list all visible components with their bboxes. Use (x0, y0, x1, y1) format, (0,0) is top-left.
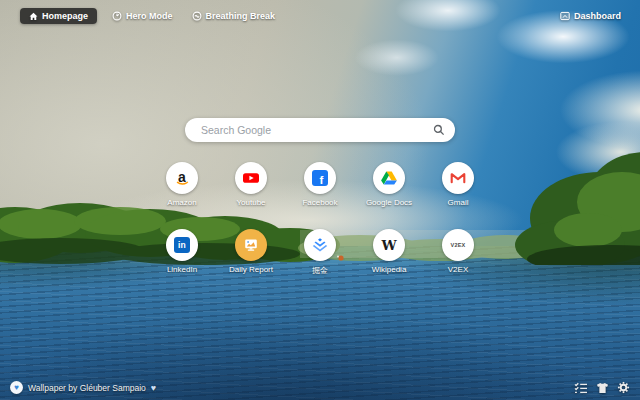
shortcut-daily-report[interactable]: Daily Report (221, 229, 281, 276)
wikipedia-icon: W (381, 237, 396, 253)
shortcut-wikipedia[interactable]: W Wikipedia (359, 229, 419, 276)
shortcut-youtube[interactable]: Youtube (221, 162, 281, 207)
hero-mode-icon (112, 11, 122, 21)
shortcut-label: LinkedIn (167, 265, 197, 274)
heart-icon: ♥ (151, 383, 156, 393)
shortcut-juejin[interactable]: 掘金 (290, 229, 350, 276)
wallpaper-credit: ♥ Wallpaper by Gléuber Sampaio ♥ (10, 381, 156, 394)
hero-mode-button[interactable]: Hero Mode (108, 8, 177, 24)
search-bar (185, 118, 455, 142)
shortcut-label: Youtube (236, 198, 265, 207)
search-input[interactable] (199, 123, 433, 137)
shortcut-gmail[interactable]: Gmail (428, 162, 488, 207)
google-drive-icon (380, 169, 398, 187)
shortcut-facebook[interactable]: f Facebook (290, 162, 350, 207)
linkedin-icon: in (174, 237, 190, 253)
shortcut-amazon[interactable]: a Amazon (152, 162, 212, 207)
search-icon[interactable] (433, 124, 445, 136)
shortcut-label: Wikipedia (372, 265, 407, 274)
new-tab-page: Homepage Hero Mode Breathing Break Das (0, 0, 640, 400)
top-toolbar: Homepage Hero Mode Breathing Break Das (20, 8, 625, 24)
wallpaper-credit-text: Wallpaper by Gléuber Sampaio (28, 383, 146, 393)
shortcut-google-docs[interactable]: Google Docs (359, 162, 419, 207)
juejin-icon (311, 236, 329, 254)
shortcut-label: Google Docs (366, 198, 412, 207)
hero-mode-label: Hero Mode (126, 11, 173, 21)
shortcut-label: 掘金 (312, 265, 328, 276)
amazon-icon: a (173, 169, 191, 187)
shortcut-label: Gmail (448, 198, 469, 207)
footer-icons (574, 381, 630, 394)
shortcut-linkedin[interactable]: in LinkedIn (152, 229, 212, 276)
facebook-icon: f (312, 170, 328, 186)
shortcut-label: Facebook (302, 198, 337, 207)
dashboard-button[interactable]: Dashboard (556, 8, 625, 24)
v2ex-icon: V2EX (451, 242, 466, 248)
shortcut-v2ex[interactable]: V2EX V2EX (428, 229, 488, 276)
homepage-label: Homepage (42, 11, 88, 21)
shortcut-row-2: in LinkedIn Daily Report 掘金 W Wik (0, 229, 640, 276)
breathing-break-label: Breathing Break (206, 11, 276, 21)
footer-bar: ♥ Wallpaper by Gléuber Sampaio ♥ (10, 381, 630, 394)
heart-badge-icon[interactable]: ♥ (10, 381, 23, 394)
dashboard-label: Dashboard (574, 11, 621, 21)
gmail-icon (449, 169, 467, 187)
daily-report-icon (242, 236, 260, 254)
shortcut-row-1: a Amazon Youtube f Facebook (0, 162, 640, 207)
settings-gear-icon[interactable] (617, 381, 630, 394)
youtube-icon (242, 169, 260, 187)
home-icon (29, 12, 38, 21)
homepage-button[interactable]: Homepage (20, 8, 97, 24)
theme-tshirt-icon[interactable] (596, 382, 609, 394)
breathing-break-icon (192, 11, 202, 21)
breathing-break-button[interactable]: Breathing Break (188, 8, 280, 24)
todo-list-icon[interactable] (574, 382, 588, 394)
shortcut-label: V2EX (448, 265, 468, 274)
shortcut-label: Amazon (167, 198, 196, 207)
dashboard-icon (560, 11, 570, 21)
shortcut-label: Daily Report (229, 265, 273, 274)
